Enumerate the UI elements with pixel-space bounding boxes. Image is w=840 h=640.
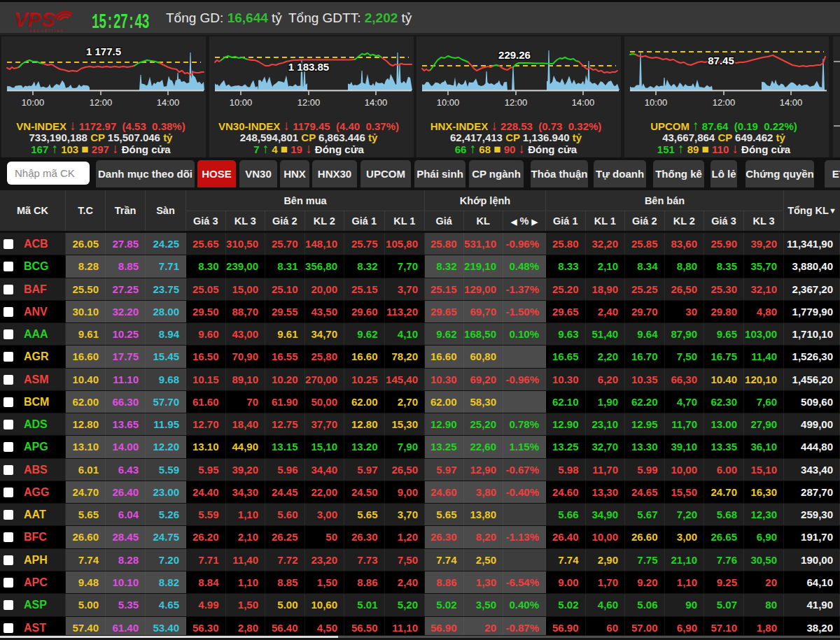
- svg-text:1 177.5: 1 177.5: [86, 45, 121, 57]
- svg-text:10:00: 10:00: [22, 97, 45, 108]
- svg-text:87.45: 87.45: [708, 55, 734, 66]
- svg-text:12:00: 12:00: [298, 97, 321, 108]
- svg-text:10:00: 10:00: [437, 97, 460, 108]
- svg-text:10:00: 10:00: [230, 97, 253, 108]
- svg-text:14:00: 14:00: [157, 97, 180, 108]
- svg-text:VPS: VPS: [14, 8, 55, 31]
- svg-text:14:00: 14:00: [780, 97, 803, 108]
- svg-text:14:00: 14:00: [572, 97, 595, 108]
- svg-text:14:00: 14:00: [365, 97, 388, 108]
- svg-text:SECURITIES: SECURITIES: [29, 29, 64, 33]
- svg-text:12:00: 12:00: [713, 97, 736, 108]
- svg-text:229.26: 229.26: [498, 49, 531, 61]
- svg-text:12:00: 12:00: [90, 97, 113, 108]
- svg-text:12:00: 12:00: [505, 97, 528, 108]
- svg-text:10:00: 10:00: [645, 97, 668, 108]
- svg-text:1 183.85: 1 183.85: [288, 61, 329, 73]
